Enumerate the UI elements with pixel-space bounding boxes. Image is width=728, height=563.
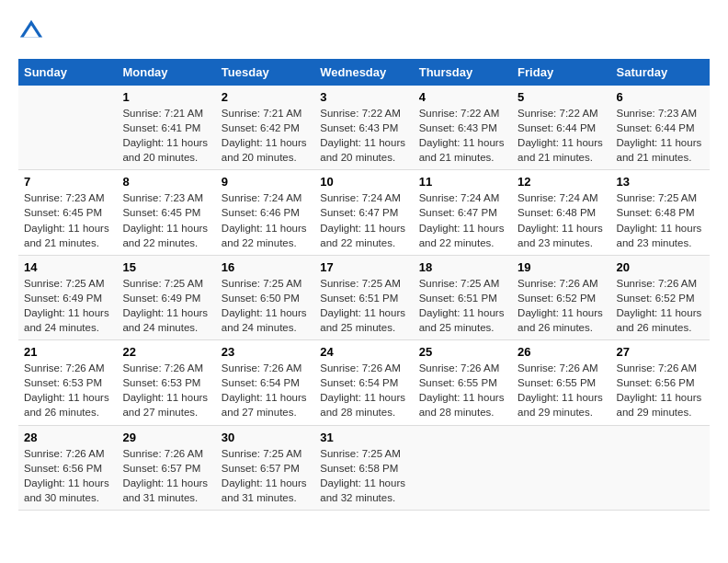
day-number: 11 — [419, 175, 506, 189]
logo-icon — [18, 18, 44, 44]
calendar-cell: 22Sunrise: 7:26 AMSunset: 6:53 PMDayligh… — [117, 340, 215, 425]
day-number: 4 — [419, 90, 506, 104]
calendar-cell: 25Sunrise: 7:26 AMSunset: 6:55 PMDayligh… — [414, 340, 512, 425]
day-info: Sunrise: 7:25 AMSunset: 6:58 PMDaylight:… — [320, 446, 407, 505]
day-info: Sunrise: 7:22 AMSunset: 6:43 PMDaylight:… — [320, 106, 407, 165]
day-number: 20 — [617, 260, 704, 274]
week-row-2: 7Sunrise: 7:23 AMSunset: 6:45 PMDaylight… — [18, 170, 710, 255]
week-row-3: 14Sunrise: 7:25 AMSunset: 6:49 PMDayligh… — [18, 255, 710, 339]
day-info: Sunrise: 7:22 AMSunset: 6:43 PMDaylight:… — [419, 106, 506, 165]
day-info: Sunrise: 7:26 AMSunset: 6:54 PMDaylight:… — [320, 361, 407, 419]
day-info: Sunrise: 7:24 AMSunset: 6:47 PMDaylight:… — [320, 190, 407, 249]
calendar-cell: 29Sunrise: 7:26 AMSunset: 6:57 PMDayligh… — [117, 425, 215, 510]
calendar-cell: 12Sunrise: 7:24 AMSunset: 6:48 PMDayligh… — [512, 170, 610, 255]
day-info: Sunrise: 7:24 AMSunset: 6:47 PMDaylight:… — [419, 190, 506, 249]
day-number: 19 — [518, 260, 605, 274]
day-number: 14 — [24, 260, 111, 274]
page-header — [18, 18, 710, 44]
day-number: 27 — [617, 345, 704, 359]
calendar-cell: 16Sunrise: 7:25 AMSunset: 6:50 PMDayligh… — [216, 255, 314, 339]
day-number: 7 — [24, 175, 111, 189]
day-number: 13 — [617, 175, 704, 189]
day-number: 29 — [122, 431, 210, 444]
calendar-cell — [18, 86, 117, 170]
day-number: 3 — [320, 90, 407, 104]
day-info: Sunrise: 7:21 AMSunset: 6:42 PMDaylight:… — [222, 106, 309, 165]
day-number: 28 — [24, 431, 111, 444]
calendar-cell: 14Sunrise: 7:25 AMSunset: 6:49 PMDayligh… — [18, 255, 117, 339]
day-number: 9 — [222, 175, 309, 189]
calendar-cell: 20Sunrise: 7:26 AMSunset: 6:52 PMDayligh… — [611, 255, 710, 339]
calendar-cell: 15Sunrise: 7:25 AMSunset: 6:49 PMDayligh… — [117, 255, 215, 339]
calendar-cell: 26Sunrise: 7:26 AMSunset: 6:55 PMDayligh… — [512, 340, 610, 425]
day-number: 24 — [320, 345, 407, 359]
calendar-cell: 11Sunrise: 7:24 AMSunset: 6:47 PMDayligh… — [414, 170, 512, 255]
header-saturday: Saturday — [611, 59, 710, 86]
calendar-cell: 30Sunrise: 7:25 AMSunset: 6:57 PMDayligh… — [216, 425, 314, 510]
week-row-5: 28Sunrise: 7:26 AMSunset: 6:56 PMDayligh… — [18, 425, 710, 510]
calendar-cell: 9Sunrise: 7:24 AMSunset: 6:46 PMDaylight… — [216, 170, 314, 255]
day-number: 31 — [320, 431, 407, 444]
calendar-cell: 4Sunrise: 7:22 AMSunset: 6:43 PMDaylight… — [414, 86, 512, 170]
logo — [18, 18, 48, 44]
day-number: 5 — [518, 90, 605, 104]
calendar-cell: 21Sunrise: 7:26 AMSunset: 6:53 PMDayligh… — [18, 340, 117, 425]
calendar-cell: 1Sunrise: 7:21 AMSunset: 6:41 PMDaylight… — [117, 86, 215, 170]
day-number: 26 — [518, 345, 605, 359]
day-number: 23 — [222, 345, 309, 359]
day-info: Sunrise: 7:25 AMSunset: 6:50 PMDaylight:… — [222, 276, 309, 335]
calendar-body: 1Sunrise: 7:21 AMSunset: 6:41 PMDaylight… — [18, 86, 710, 510]
day-info: Sunrise: 7:22 AMSunset: 6:44 PMDaylight:… — [518, 106, 605, 165]
day-number: 12 — [518, 175, 605, 189]
calendar-cell: 31Sunrise: 7:25 AMSunset: 6:58 PMDayligh… — [314, 425, 413, 510]
day-info: Sunrise: 7:24 AMSunset: 6:48 PMDaylight:… — [518, 190, 605, 249]
calendar-cell: 3Sunrise: 7:22 AMSunset: 6:43 PMDaylight… — [314, 86, 413, 170]
day-info: Sunrise: 7:26 AMSunset: 6:53 PMDaylight:… — [122, 361, 210, 419]
calendar-table: SundayMondayTuesdayWednesdayThursdayFrid… — [18, 59, 710, 511]
day-number: 1 — [122, 90, 210, 104]
day-number: 21 — [24, 345, 111, 359]
day-info: Sunrise: 7:24 AMSunset: 6:46 PMDaylight:… — [222, 190, 309, 249]
day-number: 8 — [122, 175, 210, 189]
header-tuesday: Tuesday — [216, 59, 314, 86]
calendar-cell: 7Sunrise: 7:23 AMSunset: 6:45 PMDaylight… — [18, 170, 117, 255]
calendar-cell: 8Sunrise: 7:23 AMSunset: 6:45 PMDaylight… — [117, 170, 215, 255]
calendar-cell: 27Sunrise: 7:26 AMSunset: 6:56 PMDayligh… — [611, 340, 710, 425]
calendar-cell: 2Sunrise: 7:21 AMSunset: 6:42 PMDaylight… — [216, 86, 314, 170]
day-info: Sunrise: 7:26 AMSunset: 6:52 PMDaylight:… — [617, 276, 704, 335]
day-info: Sunrise: 7:26 AMSunset: 6:54 PMDaylight:… — [222, 361, 309, 419]
day-number: 6 — [617, 90, 704, 104]
day-number: 2 — [222, 90, 309, 104]
day-number: 30 — [222, 431, 309, 444]
day-number: 25 — [419, 345, 506, 359]
calendar-cell: 23Sunrise: 7:26 AMSunset: 6:54 PMDayligh… — [216, 340, 314, 425]
day-number: 22 — [122, 345, 210, 359]
calendar-cell: 18Sunrise: 7:25 AMSunset: 6:51 PMDayligh… — [414, 255, 512, 339]
week-row-4: 21Sunrise: 7:26 AMSunset: 6:53 PMDayligh… — [18, 340, 710, 425]
header-friday: Friday — [512, 59, 610, 86]
day-info: Sunrise: 7:26 AMSunset: 6:57 PMDaylight:… — [122, 446, 210, 505]
calendar-cell: 13Sunrise: 7:25 AMSunset: 6:48 PMDayligh… — [611, 170, 710, 255]
day-number: 10 — [320, 175, 407, 189]
day-number: 15 — [122, 260, 210, 274]
day-info: Sunrise: 7:23 AMSunset: 6:45 PMDaylight:… — [24, 190, 111, 249]
header-thursday: Thursday — [414, 59, 512, 86]
day-info: Sunrise: 7:25 AMSunset: 6:57 PMDaylight:… — [222, 446, 309, 505]
day-info: Sunrise: 7:26 AMSunset: 6:55 PMDaylight:… — [518, 361, 605, 419]
calendar-cell: 24Sunrise: 7:26 AMSunset: 6:54 PMDayligh… — [314, 340, 413, 425]
calendar-cell — [611, 425, 710, 510]
day-number: 18 — [419, 260, 506, 274]
calendar-cell: 19Sunrise: 7:26 AMSunset: 6:52 PMDayligh… — [512, 255, 610, 339]
calendar-cell — [414, 425, 512, 510]
day-info: Sunrise: 7:25 AMSunset: 6:51 PMDaylight:… — [419, 276, 506, 335]
calendar-cell — [512, 425, 610, 510]
calendar-cell: 5Sunrise: 7:22 AMSunset: 6:44 PMDaylight… — [512, 86, 610, 170]
week-row-1: 1Sunrise: 7:21 AMSunset: 6:41 PMDaylight… — [18, 86, 710, 170]
header-monday: Monday — [117, 59, 215, 86]
day-info: Sunrise: 7:25 AMSunset: 6:49 PMDaylight:… — [24, 276, 111, 335]
day-number: 17 — [320, 260, 407, 274]
calendar-cell: 17Sunrise: 7:25 AMSunset: 6:51 PMDayligh… — [314, 255, 413, 339]
day-info: Sunrise: 7:26 AMSunset: 6:56 PMDaylight:… — [617, 361, 704, 419]
day-info: Sunrise: 7:21 AMSunset: 6:41 PMDaylight:… — [122, 106, 210, 165]
day-info: Sunrise: 7:25 AMSunset: 6:48 PMDaylight:… — [617, 190, 704, 249]
